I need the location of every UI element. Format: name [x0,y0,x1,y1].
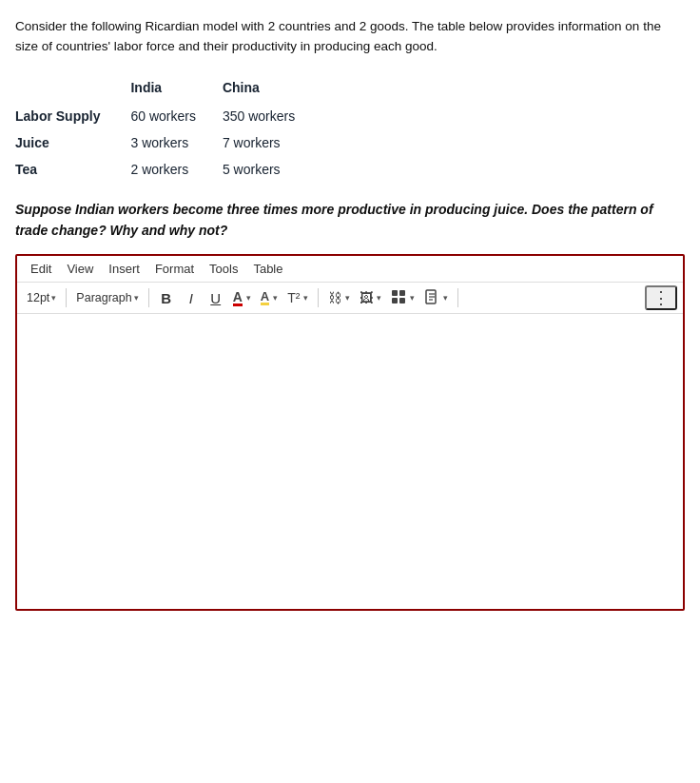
table-row: Tea 2 workers 5 workers [15,156,321,183]
superscript-label: T² [287,290,300,305]
row-label-tea: Tea [15,156,130,183]
menu-insert[interactable]: Insert [103,260,146,278]
paragraph-chevron: ▾ [134,293,139,303]
underline-label: U [210,290,221,306]
font-color-label: A [233,290,243,306]
embed-icon [391,289,406,307]
juice-india: 3 workers [130,129,222,156]
svg-rect-2 [392,298,398,303]
font-size-selector[interactable]: 12pt ▾ [23,285,60,310]
highlight-button[interactable]: A ▾ [257,285,282,310]
toolbar-divider-2 [148,288,149,307]
editor-content-area[interactable] [17,314,683,609]
editor-menubar: Edit View Insert Format Tools Table [17,256,683,283]
toolbar-divider-3 [318,288,319,307]
bold-label: B [161,290,171,306]
question-prompt: Suppose Indian workers become three time… [15,200,685,241]
doc-chevron: ▾ [443,293,448,303]
embed-chevron: ▾ [410,293,415,303]
highlight-chevron: ▾ [273,293,278,303]
more-icon: ⋮ [652,287,670,308]
svg-rect-0 [392,290,398,296]
paragraph-style-value: Paragraph [76,291,131,304]
embed-button[interactable]: ▾ [387,285,418,310]
link-chevron: ▾ [345,293,350,303]
italic-button[interactable]: I [180,285,203,310]
row-label-juice: Juice [15,129,130,156]
toolbar-divider-4 [457,288,458,307]
menu-tools[interactable]: Tools [204,260,243,278]
menu-view[interactable]: View [61,260,99,278]
toolbar-divider [66,288,67,307]
svg-rect-3 [399,298,405,303]
labor-india: 60 workers [130,103,222,129]
paragraph-style-selector[interactable]: Paragraph ▾ [72,285,142,310]
underline-button[interactable]: U [204,285,227,310]
font-color-button[interactable]: A ▾ [229,285,255,310]
editor-toolbar: 12pt ▾ Paragraph ▾ B I U A ▾ A ▾ [17,283,683,314]
menu-table[interactable]: Table [247,260,288,278]
doc-button[interactable]: ▾ [420,285,452,310]
tea-india: 2 workers [130,156,222,183]
link-icon: ⛓ [328,290,341,305]
superscript-button[interactable]: T² ▾ [283,285,312,310]
more-options-button[interactable]: ⋮ [645,285,677,310]
table-row: Labor Supply 60 workers 350 workers [15,103,321,129]
question-intro: Consider the following Ricardian model w… [15,17,685,57]
image-button[interactable]: 🖼 ▾ [356,285,385,310]
highlight-label: A [261,290,269,305]
row-label-labor: Labor Supply [15,103,130,129]
font-size-chevron: ▾ [51,293,56,303]
col-header-china: China [223,74,321,103]
font-size-value: 12pt [27,291,49,304]
col-header-india: India [130,74,222,103]
image-icon: 🖼 [360,290,373,305]
tea-china: 5 workers [223,156,321,183]
labor-china: 350 workers [223,103,321,129]
superscript-chevron: ▾ [303,293,308,303]
menu-format[interactable]: Format [149,260,200,278]
ricardian-table: India China Labor Supply 60 workers 350 … [15,74,321,183]
juice-china: 7 workers [223,129,321,156]
doc-icon [424,289,439,307]
table-row: Juice 3 workers 7 workers [15,129,321,156]
bold-button[interactable]: B [155,285,178,310]
font-color-chevron: ▾ [246,293,251,303]
image-chevron: ▾ [377,293,381,303]
text-editor: Edit View Insert Format Tools Table 12pt… [15,254,685,611]
menu-edit[interactable]: Edit [25,260,57,278]
italic-label: I [189,290,193,306]
link-button[interactable]: ⛓ ▾ [324,285,354,310]
svg-rect-1 [399,290,405,296]
